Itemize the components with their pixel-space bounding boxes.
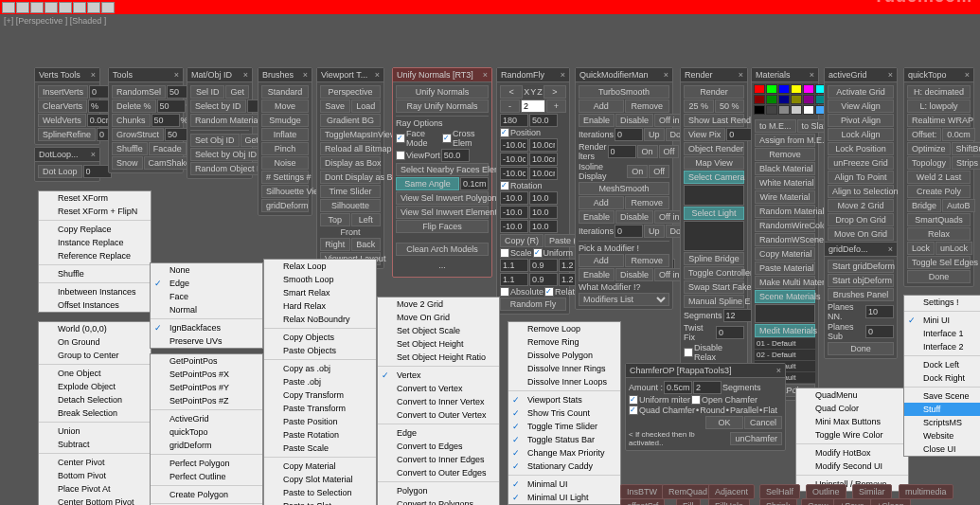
quad-check[interactable] (629, 406, 638, 415)
badge-multimedia[interactable]: multimedia (899, 484, 953, 499)
cancel-button[interactable]: Cancel (744, 416, 782, 429)
max-input[interactable] (529, 138, 558, 152)
abs-check[interactable] (500, 287, 509, 297)
menu-item[interactable]: Move On Grid (378, 311, 499, 324)
select-nearby-button[interactable]: Select Nearby Faces Elem (396, 163, 489, 176)
renderiter-input[interactable] (608, 145, 636, 158)
menu-item[interactable]: Toggle Status Bar (508, 433, 620, 446)
close-icon[interactable]: × (965, 70, 970, 80)
remove3-button[interactable]: Remove (625, 254, 670, 267)
tool-icon[interactable] (30, 2, 44, 13)
menu-item[interactable]: Face (151, 290, 262, 303)
menu-item[interactable]: Stationary Caddy (508, 460, 620, 473)
disable3-button[interactable]: Disable (615, 268, 653, 281)
s8[interactable] (529, 273, 558, 286)
close-icon[interactable]: × (739, 70, 743, 80)
tool-icon[interactable] (101, 2, 115, 13)
ag-btn[interactable]: Align to Selection (828, 185, 894, 198)
menu-item[interactable]: Preserve UVs (151, 334, 262, 348)
menu-item[interactable]: World (0,0,0) (39, 322, 151, 335)
render-button[interactable]: Render (684, 85, 744, 99)
menu-item[interactable]: Minimal UI (508, 478, 620, 491)
minus-button[interactable]: - (500, 99, 520, 113)
menu-item[interactable]: Inbetween Instances (39, 285, 151, 298)
mat-btn[interactable]: Assign from M.E... (755, 134, 815, 147)
min-input3[interactable] (500, 167, 528, 180)
menu-item[interactable]: Stuff (904, 403, 980, 416)
menu-item[interactable]: Offset Instances (39, 298, 151, 312)
menu-item[interactable]: Copy as .obj (264, 362, 376, 375)
mo-4[interactable]: Select by Obj ID (190, 148, 261, 161)
pos-check[interactable] (500, 128, 509, 137)
max-input2[interactable] (529, 153, 558, 166)
open-check[interactable] (691, 395, 701, 405)
badge-FillHole[interactable]: FillHole (708, 498, 750, 505)
menu-item[interactable]: Convert to Outer Vertex (378, 408, 499, 422)
menu-item[interactable]: Group to Center (39, 349, 151, 362)
badge-RemQuad[interactable]: RemQuad (662, 484, 714, 499)
menu-item[interactable]: Instance Replace (39, 236, 151, 249)
vt-0[interactable]: InsertVerts (38, 85, 88, 99)
tool-icon[interactable] (59, 2, 72, 13)
mapview-button[interactable]: Map View (684, 156, 744, 170)
viewport-check[interactable] (396, 151, 405, 160)
menu-item[interactable]: Copy Objects (264, 331, 376, 344)
angle-value[interactable] (460, 177, 489, 190)
spline-button[interactable]: Spline Bridge (684, 252, 744, 265)
badge-Fill[interactable]: Fill (676, 498, 701, 505)
color-swatches[interactable] (752, 82, 818, 117)
uni-check[interactable] (533, 248, 543, 258)
close-icon[interactable]: × (888, 70, 893, 80)
view-sel-elem-button[interactable]: View Sel Inwvert Elements (396, 206, 489, 219)
menu-item[interactable]: One Object (39, 367, 151, 380)
s2[interactable] (529, 259, 558, 272)
menu-item[interactable]: On Ground (39, 335, 151, 349)
menu-item[interactable]: Move 2 Grid (378, 298, 499, 311)
ag-btn[interactable]: View Align (828, 99, 894, 113)
ag-btn[interactable]: Lock Position (828, 142, 894, 155)
menu-item[interactable]: IgnBackfaces (151, 321, 262, 334)
menu-item[interactable]: Create Polygon (151, 488, 262, 501)
rot-min[interactable] (500, 191, 528, 205)
view-sel-poly-button[interactable]: View Sel Inwvert Polygons (396, 191, 489, 205)
menu-item[interactable]: Place Pivot At (39, 482, 151, 496)
menu-item[interactable]: Copy Material (264, 460, 376, 473)
amount-input[interactable] (664, 381, 692, 394)
enable3-button[interactable]: Enable (579, 268, 615, 281)
menu-item[interactable]: Dock Left (904, 358, 980, 371)
ok-button[interactable]: OK (705, 416, 743, 429)
tool-1[interactable]: Delete % (112, 99, 156, 113)
close-icon[interactable]: × (375, 70, 380, 80)
menu-item[interactable]: SetPointPos #Y (151, 381, 262, 394)
xform-menu[interactable]: Reset XFormReset XForm + FlipNCopy Repla… (38, 190, 151, 313)
menu-item[interactable]: Interface 1 (904, 327, 980, 340)
toggle-button[interactable]: Toggle Controller (684, 266, 744, 280)
add2-button[interactable]: Add (579, 196, 624, 209)
vt-2[interactable]: WeldVerts (38, 114, 86, 127)
badge-+Save[interactable]: +Save (833, 498, 871, 505)
qt-btn[interactable]: Create Poly (907, 185, 971, 198)
scale-check[interactable] (500, 248, 509, 258)
ag-btn[interactable]: Activate Grid (828, 85, 894, 99)
mat-btn[interactable]: Remove (755, 148, 815, 161)
menu-item[interactable]: Paste Objects (264, 344, 376, 357)
menu-item[interactable]: SetPointPos #X (151, 368, 262, 381)
menu-item[interactable]: Set Object Scale (378, 324, 499, 337)
menu-item[interactable]: Paste Transform (264, 402, 376, 415)
world-menu[interactable]: World (0,0,0)On GroundGroup to CenterOne… (38, 321, 151, 505)
brush-4[interactable]: Pinch (261, 142, 309, 155)
up-button[interactable]: Up (644, 128, 665, 141)
ag-btn[interactable]: Pivot Align (828, 114, 894, 127)
off2-button[interactable]: Off (649, 165, 669, 178)
menu-item[interactable]: ActiveGrid (151, 412, 262, 425)
qt-btn[interactable]: L: lowpoly (907, 99, 971, 113)
selcam-button[interactable]: Select Camera (684, 171, 744, 184)
menu-item[interactable]: ScriptsMS (904, 416, 980, 429)
brush-7[interactable]: Silhouette View (261, 185, 309, 198)
menu-item[interactable]: Perfect Outline (151, 470, 262, 483)
drelax-check[interactable] (684, 348, 693, 357)
breadcrumb[interactable]: [+] [Perspective ] [Shaded ] (0, 14, 980, 27)
gt-button[interactable]: > (543, 85, 566, 99)
menu-item[interactable]: Relax NoBoundry (264, 313, 376, 326)
relax-menu[interactable]: Relax LoopSmooth LoopSmart RelaxHard Rel… (263, 259, 377, 505)
